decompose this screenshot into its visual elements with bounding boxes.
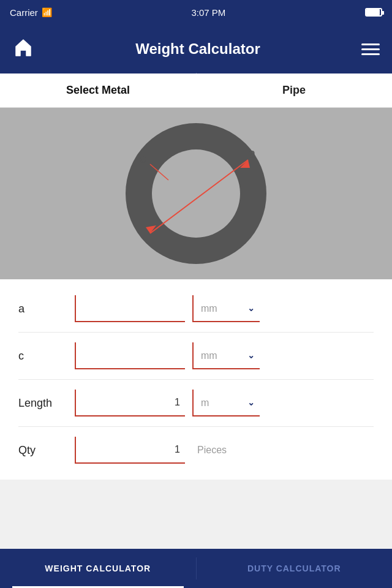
- tab-bar: Select Metal Pipe: [0, 74, 392, 108]
- bottom-tab-weight-label: WEIGHT CALCULATOR: [45, 564, 151, 573]
- carrier-label: Carrier: [10, 7, 38, 18]
- label-qty: Qty: [18, 444, 67, 457]
- home-icon: [12, 37, 34, 59]
- unit-wrapper-a: mm cm m in ⌄: [192, 295, 260, 322]
- menu-line-3: [361, 53, 380, 55]
- battery-container: [365, 8, 382, 17]
- battery-fill: [366, 9, 380, 15]
- qty-unit-label: Pieces: [192, 445, 227, 456]
- input-row-length: Length m cm mm ft in ⌄: [18, 380, 374, 427]
- bottom-tab-weight-calculator[interactable]: WEIGHT CALCULATOR: [0, 549, 196, 588]
- wifi-icon: 📶: [42, 7, 52, 17]
- pipe-svg: a c: [116, 114, 276, 273]
- app-header: Weight Calculator: [0, 24, 392, 74]
- input-length[interactable]: [75, 390, 185, 417]
- menu-button[interactable]: [361, 43, 380, 55]
- home-button[interactable]: [12, 37, 34, 61]
- inputs-section: a mm cm m in ⌄ c mm cm m in ⌄ Length: [0, 279, 392, 480]
- input-qty[interactable]: [75, 437, 185, 464]
- battery-icon: [365, 8, 382, 17]
- label-a-field: a: [18, 303, 67, 315]
- tab-pipe[interactable]: Pipe: [196, 74, 392, 107]
- input-row-qty: Qty Pieces: [18, 427, 374, 473]
- label-a: a: [248, 146, 256, 161]
- input-row-c: c mm cm m in ⌄: [18, 333, 374, 380]
- unit-select-a[interactable]: mm cm m in: [194, 295, 260, 321]
- menu-line-1: [361, 43, 380, 45]
- unit-select-length[interactable]: m cm mm ft in: [194, 390, 260, 415]
- page-title: Weight Calculator: [34, 40, 361, 58]
- unit-select-c[interactable]: mm cm m in: [194, 342, 260, 368]
- unit-wrapper-c: mm cm m in ⌄: [192, 342, 260, 369]
- menu-line-2: [361, 48, 380, 50]
- tab-pipe-label: Pipe: [282, 84, 306, 97]
- input-row-a: a mm cm m in ⌄: [18, 285, 374, 333]
- input-a[interactable]: [75, 295, 185, 322]
- bottom-tab-duty-calculator[interactable]: DUTY CALCULATOR: [197, 549, 393, 588]
- status-bar: Carrier 📶 3:07 PM: [0, 0, 392, 24]
- input-c[interactable]: [75, 342, 185, 369]
- pipe-diagram: a c: [0, 108, 392, 279]
- pipe-inner-circle: [152, 149, 240, 238]
- carrier-info: Carrier 📶: [10, 7, 52, 18]
- tab-select-metal[interactable]: Select Metal: [0, 74, 196, 107]
- bottom-tab-duty-label: DUTY CALCULATOR: [247, 564, 341, 573]
- label-c: c: [140, 151, 146, 166]
- tab-select-metal-label: Select Metal: [66, 84, 130, 97]
- bottom-navigation: WEIGHT CALCULATOR DUTY CALCULATOR: [0, 549, 392, 588]
- label-c-field: c: [18, 350, 67, 363]
- label-length: Length: [18, 397, 67, 410]
- time-display: 3:07 PM: [191, 7, 225, 18]
- unit-wrapper-length: m cm mm ft in ⌄: [192, 390, 260, 417]
